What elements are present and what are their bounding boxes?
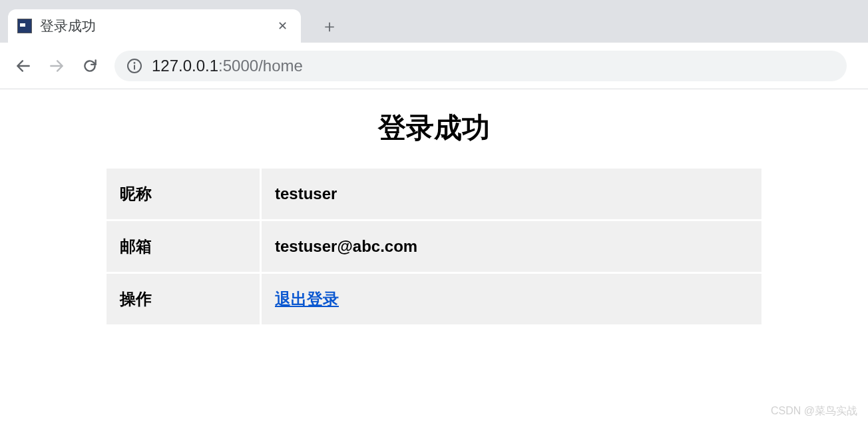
svg-point-1 xyxy=(134,62,136,64)
url-host: 127.0.0.1 xyxy=(152,57,218,75)
arrow-right-icon xyxy=(48,57,65,75)
new-tab-button[interactable]: ＋ xyxy=(316,12,343,40)
nickname-value: testuser xyxy=(262,169,761,219)
back-button[interactable] xyxy=(9,52,37,80)
url-path: /home xyxy=(258,57,303,75)
url-text: 127.0.0.1:5000/home xyxy=(152,57,303,75)
table-row: 操作 退出登录 xyxy=(107,274,761,324)
page-content: 登录成功 昵称 testuser 邮箱 testuser@abc.com 操作 … xyxy=(0,89,868,326)
tab-title: 登录成功 xyxy=(40,17,266,35)
page-title: 登录成功 xyxy=(0,109,868,147)
browser-tab[interactable]: 登录成功 ✕ xyxy=(8,9,301,43)
logout-link[interactable]: 退出登录 xyxy=(275,290,339,308)
reload-icon xyxy=(81,57,99,75)
close-icon[interactable]: ✕ xyxy=(274,16,292,36)
nickname-label: 昵称 xyxy=(107,169,260,219)
favicon-icon xyxy=(17,19,32,33)
site-info-icon[interactable] xyxy=(126,58,142,74)
action-cell: 退出登录 xyxy=(262,274,761,324)
email-label: 邮箱 xyxy=(107,221,260,272)
watermark: CSDN @菜鸟实战 xyxy=(771,404,857,418)
url-port: :5000 xyxy=(218,57,258,75)
address-bar[interactable]: 127.0.0.1:5000/home xyxy=(114,51,847,81)
arrow-left-icon xyxy=(15,57,32,75)
action-label: 操作 xyxy=(107,274,260,324)
forward-button[interactable] xyxy=(43,52,71,80)
browser-toolbar: 127.0.0.1:5000/home xyxy=(0,43,868,89)
table-row: 昵称 testuser xyxy=(107,169,761,219)
svg-rect-2 xyxy=(134,65,135,69)
tab-strip: 登录成功 ✕ ＋ xyxy=(0,0,868,43)
user-info-table: 昵称 testuser 邮箱 testuser@abc.com 操作 退出登录 xyxy=(105,167,763,326)
reload-button[interactable] xyxy=(76,52,104,80)
email-value: testuser@abc.com xyxy=(262,221,761,272)
table-row: 邮箱 testuser@abc.com xyxy=(107,221,761,272)
